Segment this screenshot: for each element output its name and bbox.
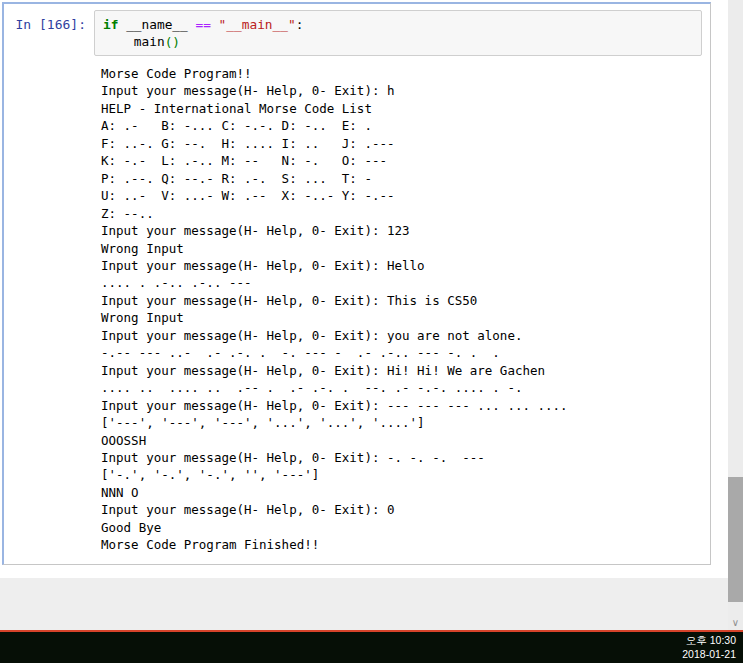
taskbar-clock[interactable]: 오후 10:30 2018-01-21 xyxy=(682,634,736,661)
window-bottom-band xyxy=(0,578,728,630)
cell-output-area: Morse Code Program!! Input your message(… xyxy=(101,65,710,554)
scrollbar-track[interactable]: ∨ xyxy=(728,0,743,630)
scrollbar-down-button[interactable]: ∨ xyxy=(728,615,743,629)
scrollbar-thumb[interactable] xyxy=(728,477,743,602)
code-keyword: if xyxy=(103,17,118,32)
code-string: "__main__" xyxy=(219,17,296,32)
chevron-down-icon: ∨ xyxy=(732,617,739,628)
code-editor[interactable]: if __name__ == "__main__": main() xyxy=(94,10,702,56)
code-line-1: if __name__ == "__main__": xyxy=(103,16,693,33)
code-line-2: main() xyxy=(103,33,693,50)
code-colon: : xyxy=(296,17,304,32)
windows-taskbar: 오후 10:30 2018-01-21 xyxy=(0,632,743,663)
clock-time: 오후 10:30 xyxy=(682,634,736,648)
code-call-name: main xyxy=(103,34,165,49)
clock-date: 2018-01-21 xyxy=(682,648,736,662)
notebook-cell[interactable]: In [166]: if __name__ == "__main__": mai… xyxy=(2,2,711,565)
code-name: __name__ xyxy=(118,17,195,32)
code-operator: == xyxy=(195,17,210,32)
code-space xyxy=(211,17,219,32)
input-prompt: In [166]: xyxy=(4,10,94,33)
program-output-text: Morse Code Program!! Input your message(… xyxy=(101,65,710,554)
notebook-page: In [166]: if __name__ == "__main__": mai… xyxy=(0,0,743,663)
code-matched-brackets: () xyxy=(165,34,180,49)
cell-input-row: In [166]: if __name__ == "__main__": mai… xyxy=(4,4,710,56)
